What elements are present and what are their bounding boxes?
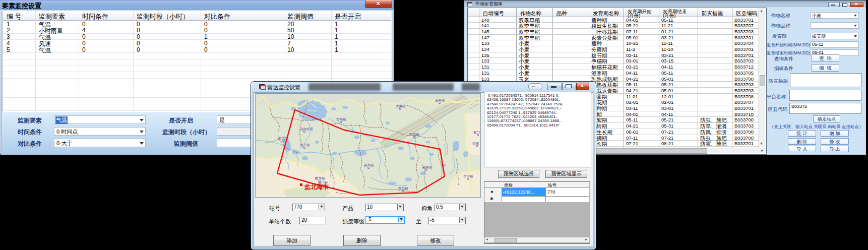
svg-text:李市镇: 李市镇 <box>463 174 473 178</box>
svg-text:盐北海市: 盐北海市 <box>304 183 329 191</box>
svg-text:大麻镇: 大麻镇 <box>396 104 406 108</box>
svg-text:昌吉街道: 昌吉街道 <box>300 127 314 131</box>
svg-text:海昌镇: 海昌镇 <box>398 186 408 191</box>
svg-text:新市镇: 新市镇 <box>364 163 374 167</box>
svg-text:钟管镇: 钟管镇 <box>409 133 419 137</box>
svg-text:西关镇: 西关镇 <box>315 176 325 180</box>
svg-text:雷甸镇: 雷甸镇 <box>336 117 346 121</box>
svg-text:洲泉镇: 洲泉镇 <box>421 165 432 169</box>
svg-text:崇福: 崇福 <box>472 142 479 146</box>
svg-text:莫干镇: 莫干镇 <box>299 143 310 147</box>
svg-text:石门: 石门 <box>473 131 480 134</box>
svg-text:金牛镇: 金牛镇 <box>435 98 445 102</box>
